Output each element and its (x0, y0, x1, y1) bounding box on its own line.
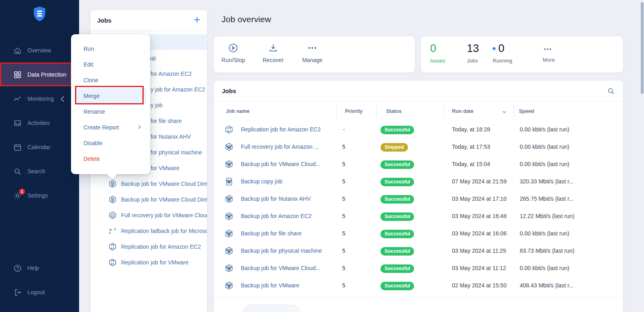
priority-chevron-down-icon[interactable] (224, 142, 234, 152)
job-name-link[interactable]: Backup copy job (241, 178, 282, 185)
recover-button[interactable]: Recover (254, 43, 293, 63)
calendar-icon (13, 143, 22, 152)
menu-item-delete[interactable]: Delete (71, 151, 150, 166)
priority-value: 5 (335, 196, 353, 202)
sidebar-item-calendar[interactable]: Calendar (0, 136, 79, 158)
sidebar-item-overview[interactable]: Overview (0, 40, 79, 61)
job-name-link[interactable]: Backup job for Amazon EC2 (241, 213, 312, 219)
run-date: Today, at 17:53 (452, 144, 490, 150)
monitoring-icon (13, 95, 22, 103)
column-header-run-date[interactable]: Run date (452, 108, 473, 114)
menu-item-label: Merge (84, 93, 100, 99)
priority-chevron-down-icon[interactable] (224, 281, 234, 290)
job-name-link[interactable]: Backup job for VMware Cloud... (241, 265, 320, 271)
stat-value: 0 (430, 42, 445, 55)
job-name-link[interactable]: Backup job for file share (241, 230, 301, 237)
download-icon (268, 43, 278, 53)
stat-number: 13 (467, 42, 479, 55)
table-row[interactable]: Backup copy job5Successful07 May 2024 at… (214, 173, 623, 190)
stat-running[interactable]: 0Running (493, 42, 512, 64)
search-icon[interactable] (607, 87, 615, 95)
table-row[interactable]: Backup job for file share5Successful03 M… (214, 225, 623, 242)
table-row[interactable]: Backup job for VMware Cloud...5Successfu… (214, 260, 623, 277)
table-column-header-row: Job namePriorityStatusRun dateSpeed (214, 102, 623, 121)
menu-item-rename[interactable]: Rename (71, 104, 150, 119)
status-badge: Successful (381, 160, 414, 169)
table-row[interactable]: Replication job for Amazon EC2-Successfu… (214, 121, 623, 138)
menu-item-merge[interactable]: Merge (75, 88, 146, 104)
sidebar-item-monitoring[interactable]: Monitoring (0, 88, 79, 110)
sort-chevron-down-icon[interactable] (502, 109, 507, 115)
menu-item-label: Disable (84, 140, 102, 146)
jobs-panel-item[interactable]: Replication failback job for Microsoft A… (90, 223, 207, 239)
add-job-button[interactable]: + (194, 15, 200, 25)
job-name-link[interactable]: Replication job for Amazon EC2 (241, 126, 321, 133)
run-date: 03 May 2024 at 16:06 (452, 230, 506, 237)
run-stop-button[interactable]: Run/Stop (214, 43, 253, 63)
priority-chevron-down-icon[interactable] (224, 177, 234, 186)
priority-chevron-down-icon[interactable] (224, 212, 234, 221)
run-date: Today, at 15:04 (452, 161, 490, 167)
stat-number: 0 (430, 42, 436, 55)
sidebar-item-data-protection[interactable]: Data Protection (0, 64, 79, 85)
menu-item-label: Create Report (84, 124, 119, 131)
shield-logo-icon[interactable] (32, 5, 47, 23)
manage-button[interactable]: Manage (293, 43, 332, 63)
jobs-panel-item[interactable]: Replication job for VMware (90, 254, 207, 270)
column-header-job-name[interactable]: Job name (226, 108, 249, 114)
table-row[interactable]: Backup job for VMware Cloud...5Successfu… (214, 156, 623, 173)
stat-issues[interactable]: 0Issues (430, 42, 445, 64)
job-name-link[interactable]: Full recovery job for Amazon ... (241, 144, 319, 150)
app-root: OverviewData ProtectionMonitoringActivit… (0, 0, 644, 312)
menu-item-create-report[interactable]: Create Report (71, 119, 150, 135)
priority-value: 5 (335, 265, 353, 271)
running-dot (493, 47, 496, 50)
priority-value: 5 (335, 230, 353, 237)
column-header-status[interactable]: Status (386, 108, 401, 114)
home-icon (13, 46, 22, 55)
column-header-speed[interactable]: Speed (519, 108, 534, 114)
table-row[interactable]: Full recovery job for Amazon ...5Stopped… (214, 138, 623, 156)
sidebar-item-search[interactable]: Search (0, 160, 79, 182)
pagination-button-partial[interactable] (243, 305, 300, 312)
table-row[interactable]: Backup job for Nutanix AHV5Successful03 … (214, 190, 623, 208)
page-title: Job overview (222, 15, 271, 24)
stat-more[interactable]: More (543, 42, 555, 63)
jobs-panel-item[interactable]: Full recovery job for VMware Cloud Direc… (90, 207, 207, 223)
priority-chevron-down-icon[interactable] (224, 160, 234, 169)
sidebar-item-activities[interactable]: Activities (0, 112, 79, 134)
job-name-link[interactable]: Backup job for VMware (241, 282, 299, 289)
replication-job-icon (108, 258, 117, 267)
sidebar-item-help[interactable]: Help (0, 257, 79, 279)
table-row[interactable]: Backup job for Amazon EC25Successful03 M… (214, 208, 623, 225)
activities-icon (13, 119, 22, 127)
priority-chevron-down-icon[interactable] (224, 229, 234, 238)
speed: 83.73 Mbit/s (last run) (520, 248, 574, 254)
sidebar-item-label: Activities (27, 120, 50, 126)
sidebar-item-logout[interactable]: Logout (0, 281, 79, 303)
menu-item-clone[interactable]: Clone (71, 72, 150, 88)
menu-item-edit[interactable]: Edit (71, 56, 150, 72)
priority-chevron-down-icon[interactable] (224, 264, 234, 273)
jobs-panel-item[interactable]: Backup job for VMware Cloud Director (90, 191, 207, 207)
menu-item-disable[interactable]: Disable (71, 135, 150, 151)
column-header-priority[interactable]: Priority (345, 108, 363, 114)
scrollbar-thumb[interactable] (641, 2, 644, 94)
priority-chevron-down-icon[interactable] (224, 246, 234, 256)
jobs-panel-item[interactable]: Replication job for Amazon EC2 (90, 239, 207, 254)
sidebar-item-settings[interactable]: 1Settings (0, 185, 79, 206)
job-name-link[interactable]: Backup job for Nutanix AHV (241, 196, 311, 202)
stat-label: Jobs (467, 58, 479, 64)
job-name-link[interactable]: Backup job for VMware Cloud... (241, 161, 320, 167)
chevron-left-icon[interactable] (59, 95, 67, 103)
menu-item-run[interactable]: Run (71, 41, 150, 56)
table-row[interactable]: Backup job for VMware5Successful02 May 2… (214, 277, 623, 294)
table-row[interactable]: Backup job for physical machine5Successf… (214, 242, 623, 260)
job-name-link[interactable]: Backup job for physical machine (241, 248, 322, 254)
stat-jobs[interactable]: 13Jobs (467, 42, 479, 64)
run-date: 03 May 2024 at 17:10 (452, 196, 506, 202)
jobs-panel-item-label: Replication job for Amazon EC2 (121, 243, 201, 250)
priority-chevron-down-icon[interactable] (224, 194, 234, 204)
actions-card: Run/StopRecoverManage (214, 36, 415, 73)
jobs-table-header: Jobs (214, 81, 623, 102)
